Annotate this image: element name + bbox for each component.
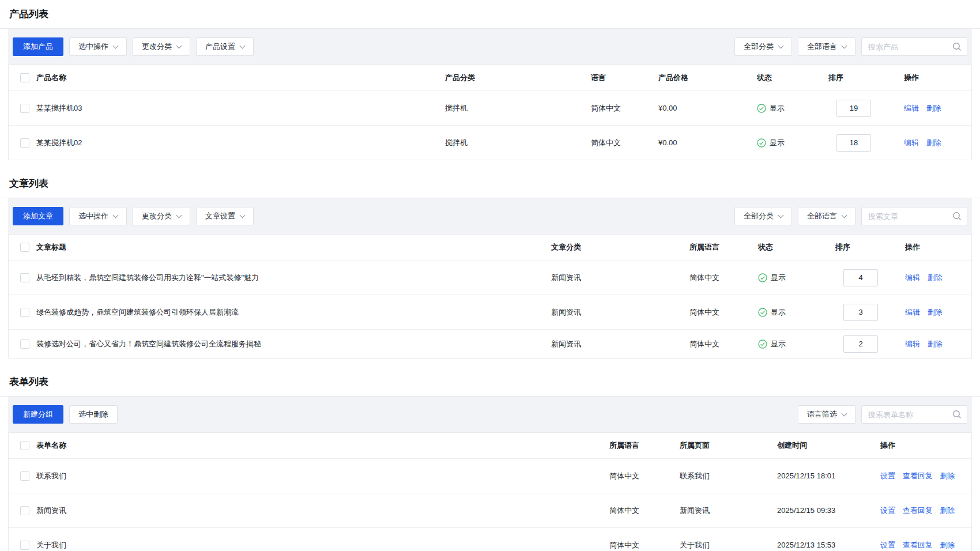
row-checkbox[interactable] xyxy=(20,339,29,349)
view-replies-link[interactable]: 查看回复 xyxy=(903,541,933,549)
status-badge: 显示 xyxy=(758,307,835,318)
status-text: 显示 xyxy=(770,138,785,148)
category-filter-label: 全部分类 xyxy=(744,211,774,221)
product-search-input[interactable] xyxy=(868,43,949,51)
row-checkbox[interactable] xyxy=(20,273,29,282)
article-title: 从毛坯到精装，鼎筑空间建筑装修公司用实力诠释"一站式装修"魅力 xyxy=(36,273,551,283)
status-badge: 显示 xyxy=(758,273,835,283)
row-checkbox[interactable] xyxy=(20,308,29,317)
row-actions: 设置 查看回复 删除 xyxy=(880,471,971,481)
settings-link[interactable]: 设置 xyxy=(880,506,895,515)
add-product-button[interactable]: 添加产品 xyxy=(13,37,63,56)
sort-input[interactable] xyxy=(843,335,878,353)
status-check-icon xyxy=(758,308,767,317)
chevron-down-icon xyxy=(113,212,119,218)
select-all-checkbox[interactable] xyxy=(20,73,29,82)
change-category-label: 更改分类 xyxy=(142,41,172,52)
category-filter-label: 全部分类 xyxy=(744,41,774,52)
form-search-input[interactable] xyxy=(868,410,949,419)
row-actions: 编辑 删除 xyxy=(905,339,971,349)
view-replies-link[interactable]: 查看回复 xyxy=(903,506,933,515)
product-settings-dropdown[interactable]: 产品设置 xyxy=(196,37,254,56)
sort-input[interactable] xyxy=(843,269,878,286)
search-icon[interactable] xyxy=(952,42,962,51)
selected-operations-dropdown[interactable]: 选中操作 xyxy=(69,37,127,56)
table-row: 联系我们 简体中文 联系我们 2025/12/15 18:01 设置 查看回复 … xyxy=(9,458,971,493)
row-checkbox[interactable] xyxy=(20,138,29,148)
products-section: 产品列表 添加产品 选中操作 更改分类 产品设置 全部分类 全部语言 xyxy=(0,0,980,160)
product-category: 搅拌机 xyxy=(445,103,591,114)
language-filter-dropdown[interactable]: 全部语言 xyxy=(798,207,855,225)
sort-input[interactable] xyxy=(843,304,878,321)
articles-table-header: 文章标题 文章分类 所属语言 状态 排序 操作 xyxy=(9,235,971,260)
article-search-input[interactable] xyxy=(868,212,949,221)
chevron-down-icon xyxy=(176,43,182,48)
table-row: 从毛坯到精装，鼎筑空间建筑装修公司用实力诠释"一站式装修"魅力 新闻资讯 简体中… xyxy=(9,260,971,295)
row-actions: 设置 查看回复 删除 xyxy=(880,540,971,550)
row-checkbox[interactable] xyxy=(20,104,29,113)
forms-title: 表单列表 xyxy=(0,368,980,397)
form-search-box xyxy=(861,405,967,424)
edit-link[interactable]: 编辑 xyxy=(905,339,920,348)
form-name: 新闻资讯 xyxy=(36,505,609,516)
category-filter-dropdown[interactable]: 全部分类 xyxy=(734,37,792,56)
settings-link[interactable]: 设置 xyxy=(880,541,895,549)
delete-link[interactable]: 删除 xyxy=(926,104,941,112)
category-filter-dropdown[interactable]: 全部分类 xyxy=(734,207,792,225)
row-checkbox[interactable] xyxy=(20,471,29,481)
form-created: 2025/12/15 18:01 xyxy=(777,471,880,480)
selected-operations-dropdown[interactable]: 选中操作 xyxy=(69,207,127,225)
select-all-checkbox[interactable] xyxy=(20,243,29,252)
edit-link[interactable]: 编辑 xyxy=(904,138,919,147)
chevron-down-icon xyxy=(113,43,119,48)
table-row: 绿色装修成趋势，鼎筑空间建筑装修公司引领环保人居新潮流 新闻资讯 简体中文 显示… xyxy=(9,295,971,329)
search-icon[interactable] xyxy=(952,410,962,419)
products-table-header: 产品名称 产品分类 语言 产品价格 状态 排序 操作 xyxy=(9,65,971,90)
change-category-dropdown[interactable]: 更改分类 xyxy=(133,207,190,225)
sort-input[interactable] xyxy=(836,134,871,152)
column-header-category: 产品分类 xyxy=(445,73,591,83)
language-filter-dropdown[interactable]: 语言筛选 xyxy=(798,405,855,424)
column-header-language: 所属语言 xyxy=(609,440,680,451)
forms-toolbar: 新建分组 选中删除 语言筛选 xyxy=(8,397,972,432)
article-category: 新闻资讯 xyxy=(551,339,689,349)
column-header-created: 创建时间 xyxy=(777,440,880,451)
status-text: 显示 xyxy=(771,339,786,349)
chevron-down-icon xyxy=(842,212,847,218)
sort-input[interactable] xyxy=(836,100,871,117)
row-checkbox[interactable] xyxy=(20,541,29,550)
row-checkbox[interactable] xyxy=(20,506,29,515)
view-replies-link[interactable]: 查看回复 xyxy=(903,471,933,480)
new-group-button[interactable]: 新建分组 xyxy=(13,405,63,424)
add-article-button[interactable]: 添加文章 xyxy=(13,207,63,225)
selected-operations-label: 选中操作 xyxy=(78,211,108,221)
language-filter-dropdown[interactable]: 全部语言 xyxy=(798,37,855,56)
change-category-dropdown[interactable]: 更改分类 xyxy=(133,37,190,56)
form-language: 简体中文 xyxy=(609,471,680,481)
edit-link[interactable]: 编辑 xyxy=(904,104,919,112)
delete-link[interactable]: 删除 xyxy=(940,471,955,480)
edit-link[interactable]: 编辑 xyxy=(905,308,920,316)
product-language: 简体中文 xyxy=(591,138,658,148)
article-category: 新闻资讯 xyxy=(551,307,689,318)
column-header-price: 产品价格 xyxy=(658,73,757,83)
delete-selected-button[interactable]: 选中删除 xyxy=(69,405,118,424)
delete-link[interactable]: 删除 xyxy=(940,506,955,515)
language-filter-label: 全部语言 xyxy=(807,41,837,52)
select-all-checkbox[interactable] xyxy=(20,441,29,450)
row-actions: 编辑 删除 xyxy=(905,307,971,318)
delete-link[interactable]: 删除 xyxy=(940,541,955,549)
article-settings-dropdown[interactable]: 文章设置 xyxy=(196,207,254,225)
delete-link[interactable]: 删除 xyxy=(928,339,943,348)
delete-link[interactable]: 删除 xyxy=(926,138,941,147)
delete-link[interactable]: 删除 xyxy=(928,273,943,282)
status-badge: 显示 xyxy=(758,339,835,349)
column-header-name: 产品名称 xyxy=(36,73,445,83)
article-language: 简体中文 xyxy=(689,273,758,283)
delete-link[interactable]: 删除 xyxy=(928,308,943,316)
settings-link[interactable]: 设置 xyxy=(880,471,895,480)
product-name: 某某搅拌机03 xyxy=(36,103,445,114)
edit-link[interactable]: 编辑 xyxy=(905,273,920,282)
product-price: ¥0.00 xyxy=(658,104,757,112)
search-icon[interactable] xyxy=(952,212,962,221)
